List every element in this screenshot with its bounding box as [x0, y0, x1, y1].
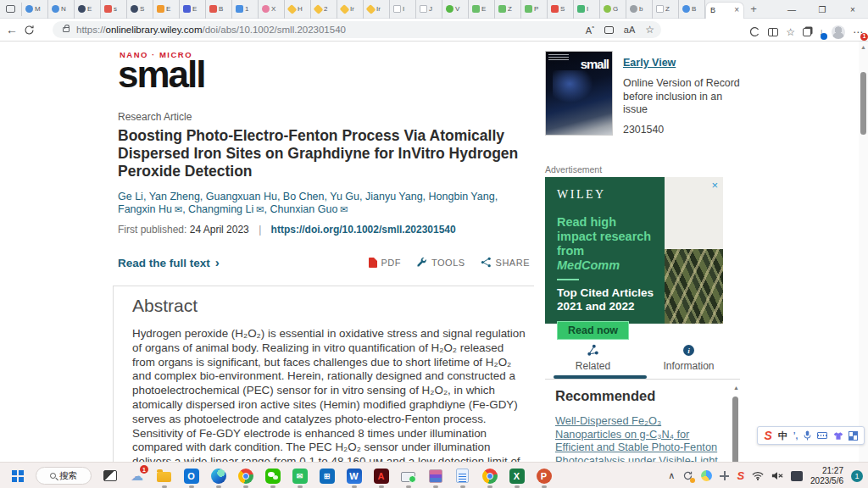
sync-tray-icon[interactable] — [682, 470, 693, 481]
task-view-button[interactable] — [101, 467, 119, 485]
browser-tab[interactable]: 2 — [311, 0, 337, 19]
keyboard-icon[interactable] — [817, 432, 827, 439]
browser-tab[interactable]: E — [180, 0, 206, 19]
wifi-icon[interactable] — [752, 471, 764, 480]
minimize-button[interactable]: — — [776, 0, 807, 19]
pin-tool-tray-icon[interactable] — [720, 471, 729, 480]
immersive-reader-icon[interactable] — [604, 26, 614, 34]
journal-logo[interactable]: NANO · MICRO small — [118, 50, 205, 90]
translate-icon[interactable]: aA — [624, 25, 635, 35]
sogou-tray-icon[interactable]: S — [737, 469, 744, 482]
pdf-button[interactable]: PDF — [369, 258, 402, 268]
browser-tab[interactable]: S — [548, 0, 574, 19]
browser-tab[interactable]: M — [22, 0, 48, 19]
read-full-text-link[interactable]: Read the full text› — [118, 255, 220, 269]
browser-tab[interactable]: S — [127, 0, 153, 19]
browser-tab[interactable]: P — [521, 0, 548, 19]
sidebar-scrollbar[interactable] — [732, 396, 738, 462]
scrollbar-thumb[interactable] — [860, 72, 866, 135]
browser-tab[interactable]: E — [469, 0, 495, 19]
ad-read-now-button[interactable]: Read now — [557, 321, 629, 340]
author-link[interactable]: Changming Li — [188, 203, 253, 215]
author-link[interactable]: Guangxuan Hu — [206, 191, 277, 202]
browser-tab[interactable]: V — [442, 0, 469, 19]
outlook-button[interactable]: O — [182, 467, 200, 485]
browser-tab[interactable]: H — [285, 0, 311, 19]
acrobat-button[interactable]: A — [372, 467, 390, 485]
author-link[interactable]: Yan Zheng — [149, 191, 200, 202]
author-link[interactable]: Jianyu Yang — [365, 191, 423, 202]
browser-essentials-icon[interactable] — [749, 26, 760, 37]
ime-language-toggle[interactable]: 中 — [778, 430, 787, 442]
winrar-button[interactable] — [426, 467, 444, 485]
address-bar[interactable]: https://onlinelibrary.wiley.com/doi/abs/… — [53, 21, 661, 38]
favorite-star-icon[interactable]: ☆ — [645, 24, 654, 36]
browser-tab[interactable]: N — [48, 0, 75, 19]
early-view-link[interactable]: Early View — [623, 57, 676, 69]
email-icon[interactable]: ✉ — [175, 204, 182, 214]
favorites-bar-icon[interactable]: ☆ — [786, 27, 795, 37]
downloads-icon[interactable]: ↓ — [819, 27, 824, 37]
author-link[interactable]: Ge Li — [118, 191, 143, 202]
refresh-button[interactable] — [24, 25, 47, 36]
wechat-button[interactable] — [264, 467, 281, 485]
browser-tab[interactable]: 1 — [232, 0, 259, 19]
tray-expand-caret[interactable]: ∧ — [668, 471, 675, 480]
browser-tab[interactable]: E — [153, 0, 180, 19]
page-scrollbar[interactable]: ▲ — [859, 42, 868, 462]
tools-button[interactable]: TOOLS — [416, 257, 465, 268]
author-link[interactable]: Chunxian Guo — [270, 203, 337, 215]
widgets-weather-button[interactable]: ☁1 — [128, 467, 146, 485]
back-button[interactable]: ← — [0, 23, 24, 36]
browser-tab[interactable]: I — [390, 0, 416, 19]
ime-tray-icon[interactable] — [791, 471, 803, 481]
browser-tab[interactable]: G — [600, 0, 626, 19]
chrome-button-2[interactable] — [481, 467, 498, 485]
taskbar-clock[interactable]: 21:27 2023/5/6 — [810, 466, 843, 485]
browser-tab[interactable]: Z — [653, 0, 679, 19]
mail-app-button[interactable]: ✉ — [291, 467, 309, 485]
tab-close-icon[interactable]: × — [734, 6, 739, 14]
edge-button[interactable] — [209, 467, 227, 485]
360-browser-tray-icon[interactable] — [701, 470, 712, 481]
sogou-logo-icon[interactable]: S — [765, 429, 772, 442]
start-button[interactable] — [8, 467, 26, 485]
browser-tab[interactable]: X — [259, 0, 285, 19]
microphone-icon[interactable] — [804, 430, 811, 441]
split-screen-icon[interactable] — [768, 28, 778, 36]
sogou-ime-toolbar[interactable]: S 中 ’, — [757, 426, 865, 445]
browser-tab[interactable]: s — [101, 0, 127, 19]
email-icon[interactable]: ✉ — [256, 204, 264, 214]
browser-tab[interactable]: E — [75, 0, 101, 19]
ad-close-icon[interactable]: × — [711, 180, 718, 191]
new-tab-button[interactable]: + — [744, 3, 763, 15]
word-button[interactable]: W — [345, 467, 363, 485]
skin-shirt-icon[interactable] — [833, 431, 843, 441]
excel-button[interactable]: X — [508, 467, 526, 485]
profile-avatar[interactable] — [832, 25, 845, 39]
maximize-button[interactable]: ❐ — [807, 0, 837, 19]
active-tab[interactable]: B × — [705, 2, 744, 19]
tab-information[interactable]: i Information — [641, 339, 737, 375]
tab-related[interactable]: Related — [545, 339, 641, 375]
notification-count-badge[interactable]: 1 — [851, 470, 863, 482]
volume-muted-icon[interactable] — [771, 471, 783, 480]
email-icon[interactable]: ✉ — [340, 204, 348, 214]
doi-link[interactable]: https://doi.org/10.1002/smll.202301540 — [271, 224, 456, 236]
screen-share-button[interactable] — [399, 467, 417, 485]
browser-tab[interactable]: Ir — [364, 0, 390, 19]
browser-tab[interactable]: I — [574, 0, 600, 19]
browser-tab[interactable]: Z — [495, 0, 521, 19]
sidebar-scroll-up-arrow[interactable]: ▲ — [733, 385, 739, 391]
toolbox-grid-icon[interactable] — [849, 432, 857, 440]
author-link[interactable]: Yu Gu — [330, 191, 359, 202]
browser-tab[interactable]: B — [679, 0, 705, 19]
notes-app-button[interactable] — [453, 467, 471, 485]
browser-tab[interactable]: b — [626, 0, 653, 19]
taskbar-search[interactable]: 搜索 — [36, 467, 92, 485]
browser-tab[interactable]: J — [416, 0, 442, 19]
microsoft-store-button[interactable]: ⊞ — [318, 467, 336, 485]
lock-icon[interactable] — [63, 27, 70, 32]
read-aloud-icon[interactable]: Aᵃ — [586, 25, 594, 36]
share-button[interactable]: SHARE — [481, 257, 530, 268]
